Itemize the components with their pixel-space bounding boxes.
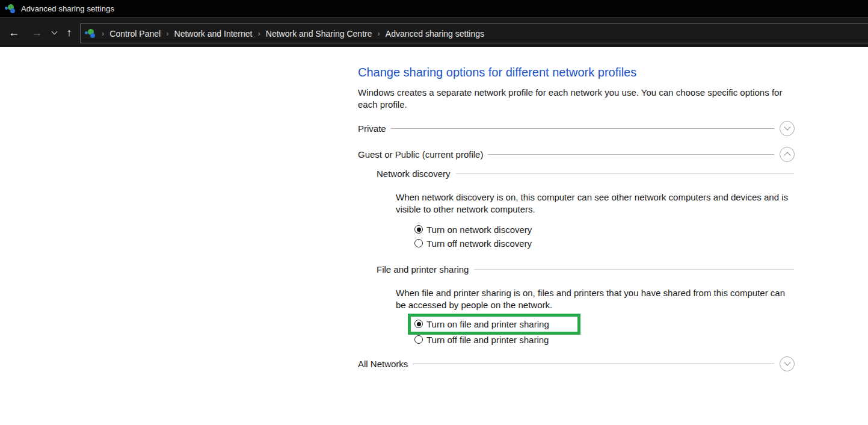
file-printer-sharing-description: When file and printer sharing is on, fil… xyxy=(396,287,790,311)
back-arrow-icon: ← xyxy=(8,26,19,39)
radio-label[interactable]: Turn off network discovery xyxy=(426,238,532,249)
forward-arrow-icon: → xyxy=(31,26,42,39)
radio-button-icon[interactable] xyxy=(414,320,423,328)
radio-label[interactable]: Turn off file and printer sharing xyxy=(426,335,549,345)
radio-button-icon[interactable] xyxy=(414,335,423,344)
expand-all-networks-button[interactable] xyxy=(780,356,795,371)
radio-option-turn-off-file-printer-sharing[interactable]: Turn off file and printer sharing xyxy=(414,334,549,345)
breadcrumb-network-and-internet[interactable]: Network and Internet xyxy=(174,29,253,39)
address-bar[interactable]: › Control Panel › Network and Internet ›… xyxy=(80,23,868,43)
intro-text: Windows creates a separate network profi… xyxy=(358,87,786,111)
network-sharing-icon xyxy=(5,4,16,14)
file-printer-sharing-title: File and printer sharing xyxy=(377,264,469,275)
breadcrumb-separator-icon: › xyxy=(96,29,109,38)
section-all-networks-label: All Networks xyxy=(358,359,408,369)
radio-button-icon[interactable] xyxy=(414,239,423,247)
highlight-box: Turn on file and printer sharing xyxy=(408,314,580,335)
subsection-network-discovery: Network discovery xyxy=(377,166,794,181)
divider-line xyxy=(391,128,774,129)
radio-label[interactable]: Turn on network discovery xyxy=(426,225,532,235)
breadcrumb-separator-icon: › xyxy=(161,29,174,38)
breadcrumb-advanced-sharing-settings[interactable]: Advanced sharing settings xyxy=(386,29,484,39)
title-bar: Advanced sharing settings xyxy=(0,0,868,17)
network-discovery-description: When network discovery is on, this compu… xyxy=(396,191,790,216)
breadcrumb-control-panel[interactable]: Control Panel xyxy=(109,29,161,39)
section-private: Private xyxy=(358,120,795,136)
navigation-bar: ← → ↑ › Control Panel › Network and Inte… xyxy=(0,17,868,47)
network-sharing-icon xyxy=(85,28,96,39)
divider-line xyxy=(488,154,774,155)
radio-option-turn-off-network-discovery[interactable]: Turn off network discovery xyxy=(414,238,532,249)
radio-option-turn-on-file-printer-sharing[interactable]: Turn on file and printer sharing xyxy=(414,318,549,329)
back-button[interactable]: ← xyxy=(6,17,22,48)
page-title: Change sharing options for different net… xyxy=(358,66,636,79)
section-all-networks: All Networks xyxy=(358,356,795,371)
radio-label[interactable]: Turn on file and printer sharing xyxy=(426,319,549,329)
section-guest-or-public: Guest or Public (current profile) xyxy=(358,146,795,162)
network-discovery-title: Network discovery xyxy=(377,169,451,179)
chevron-down-icon xyxy=(784,123,790,130)
chevron-down-icon xyxy=(51,28,57,34)
divider-line xyxy=(456,173,794,174)
main-content: Change sharing options for different net… xyxy=(0,47,868,425)
advanced-sharing-settings-window: Advanced sharing settings ← → ↑ › Contro… xyxy=(0,0,868,425)
radio-option-turn-on-network-discovery[interactable]: Turn on network discovery xyxy=(414,224,532,235)
section-guest-label: Guest or Public (current profile) xyxy=(358,149,483,160)
divider-line xyxy=(474,269,794,270)
subsection-file-printer-sharing: File and printer sharing xyxy=(377,262,794,276)
section-private-label: Private xyxy=(358,123,386,134)
expand-private-button[interactable] xyxy=(780,121,795,136)
window-title: Advanced sharing settings xyxy=(21,4,114,13)
forward-button[interactable]: → xyxy=(29,17,45,48)
recent-locations-dropdown-button[interactable] xyxy=(48,17,60,48)
up-arrow-icon: ↑ xyxy=(67,26,72,39)
chevron-down-icon xyxy=(784,359,790,365)
radio-button-icon[interactable] xyxy=(414,225,423,234)
breadcrumb-separator-icon: › xyxy=(252,29,265,38)
divider-line xyxy=(413,364,774,364)
up-button[interactable]: ↑ xyxy=(62,17,76,48)
collapse-guest-button[interactable] xyxy=(780,147,795,162)
breadcrumb-separator-icon: › xyxy=(372,29,385,38)
breadcrumb-network-and-sharing-centre[interactable]: Network and Sharing Centre xyxy=(266,29,372,39)
chevron-up-icon xyxy=(784,152,790,158)
